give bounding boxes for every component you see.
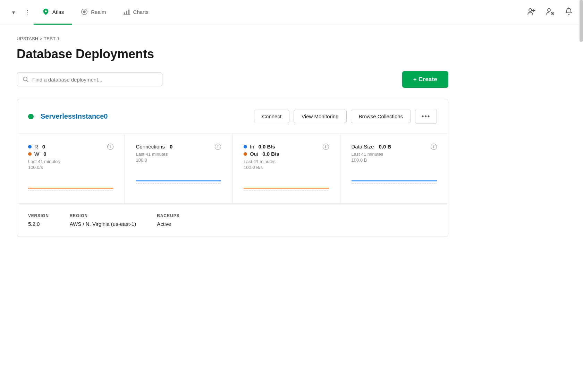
- search-create-row: + Create: [17, 71, 448, 88]
- tab-realm[interactable]: Realm: [72, 0, 114, 25]
- main-content: UPSTASH > TEST-1 Database Deployments + …: [0, 25, 465, 248]
- svg-line-12: [27, 80, 28, 82]
- svg-rect-4: [128, 10, 129, 15]
- connect-button[interactable]: Connect: [254, 110, 289, 123]
- realm-logo-icon: [81, 8, 88, 16]
- svg-rect-3: [126, 11, 127, 15]
- in-value: 0.0 B/s: [259, 144, 275, 150]
- network-info-icon[interactable]: i: [323, 144, 329, 150]
- breadcrumb-separator: >: [39, 36, 44, 41]
- connections-scale: 100.0: [136, 157, 221, 163]
- card-actions: Connect View Monitoring Browse Collectio…: [254, 109, 437, 124]
- in-label: In: [250, 144, 254, 150]
- deployment-card: ServerlessInstance0 Connect View Monitor…: [17, 99, 448, 237]
- svg-point-5: [529, 9, 532, 11]
- region-value: AWS / N. Virginia (us-east-1): [70, 221, 136, 227]
- out-label: Out: [250, 151, 258, 157]
- status-indicator: [28, 114, 34, 119]
- out-dot: [244, 152, 247, 156]
- metric-network: In 0.0 B/s Out 0.0 B/s Last 41 minutes 1…: [233, 134, 340, 203]
- nav-tabs: Atlas Realm Charts: [34, 0, 157, 25]
- metric-datasize: Data Size 0.0 B Last 41 minutes 100.0 B …: [340, 134, 448, 203]
- metric-r-row: R 0: [28, 144, 113, 150]
- card-header: ServerlessInstance0 Connect View Monitor…: [17, 99, 448, 134]
- r-label: R: [34, 144, 38, 150]
- nav-right: [525, 6, 575, 19]
- charts-logo-icon: [123, 8, 130, 16]
- datasize-time-label: Last 41 minutes: [352, 152, 437, 157]
- network-time-label: Last 41 minutes: [244, 159, 329, 164]
- invite-user-button[interactable]: [525, 6, 537, 19]
- metric-out-row: Out 0.0 B/s: [244, 151, 329, 157]
- version-label: VERSION: [28, 213, 49, 218]
- performance-advisor-button[interactable]: [544, 6, 556, 19]
- search-icon: [23, 76, 29, 83]
- rw-scale: 100.0/s: [28, 165, 113, 170]
- connections-chart: [136, 168, 221, 186]
- connections-info-icon[interactable]: i: [215, 144, 221, 150]
- backups-label: BACKUPS: [157, 213, 179, 218]
- page-title: Database Deployments: [17, 47, 448, 61]
- backups-value: Active: [157, 221, 179, 227]
- r-dot: [28, 145, 32, 148]
- out-value: 0.0 B/s: [262, 151, 279, 157]
- rw-time-label: Last 41 minutes: [28, 159, 113, 164]
- w-label: W: [34, 151, 39, 157]
- metric-in-row: In 0.0 B/s: [244, 144, 329, 150]
- bell-icon: [564, 7, 573, 16]
- metric-w-row: W 0: [28, 151, 113, 157]
- datasize-title: Data Size: [352, 144, 374, 150]
- instance-name[interactable]: ServerlessInstance0: [41, 112, 108, 120]
- tab-realm-label: Realm: [91, 9, 106, 15]
- scrollbar-track[interactable]: [580, 0, 583, 25]
- notifications-button[interactable]: [563, 6, 575, 19]
- create-button[interactable]: + Create: [402, 71, 448, 88]
- metric-connections: Connections 0 Last 41 minutes 100.0 i: [125, 134, 233, 203]
- network-chart: [244, 176, 329, 194]
- nav-left: ▼ ⋮: [8, 6, 34, 19]
- nav-arrow[interactable]: ▼: [8, 7, 19, 18]
- svg-point-8: [548, 9, 550, 11]
- tab-atlas[interactable]: Atlas: [34, 0, 72, 25]
- breadcrumb-org[interactable]: UPSTASH: [17, 36, 39, 41]
- connections-time-label: Last 41 minutes: [136, 152, 221, 157]
- card-footer: VERSION 5.2.0 REGION AWS / N. Virginia (…: [17, 204, 448, 237]
- invite-user-icon: [527, 7, 536, 16]
- view-monitoring-button[interactable]: View Monitoring: [294, 110, 346, 123]
- network-scale: 100.0 B/s: [244, 165, 329, 170]
- tab-charts-label: Charts: [133, 9, 149, 15]
- datasize-scale: 100.0 B: [352, 157, 437, 163]
- breadcrumb: UPSTASH > TEST-1: [17, 36, 448, 41]
- top-nav: ▼ ⋮ Atlas Realm: [0, 0, 583, 25]
- tab-atlas-label: Atlas: [52, 9, 64, 15]
- in-dot: [244, 145, 247, 148]
- breadcrumb-project[interactable]: TEST-1: [44, 36, 60, 41]
- region-label: REGION: [70, 213, 136, 218]
- r-value: 0: [42, 144, 45, 150]
- browse-collections-button[interactable]: Browse Collections: [351, 110, 411, 123]
- metrics-section: R 0 W 0 Last 41 minutes 100.0/s i: [17, 134, 448, 204]
- tab-charts[interactable]: Charts: [115, 0, 157, 25]
- rw-info-icon[interactable]: i: [107, 144, 113, 150]
- search-box: [17, 73, 162, 86]
- more-actions-button[interactable]: •••: [415, 109, 437, 124]
- nav-menu-dots[interactable]: ⋮: [22, 6, 34, 19]
- datasize-chart: [352, 168, 437, 186]
- footer-region: REGION AWS / N. Virginia (us-east-1): [70, 213, 136, 227]
- w-dot: [28, 152, 32, 156]
- metric-rw: R 0 W 0 Last 41 minutes 100.0/s i: [17, 134, 125, 203]
- w-value: 0: [43, 151, 46, 157]
- atlas-logo-icon: [42, 8, 50, 16]
- footer-version: VERSION 5.2.0: [28, 213, 49, 227]
- search-input[interactable]: [32, 77, 157, 83]
- connections-title: Connections: [136, 144, 165, 150]
- footer-backups: BACKUPS Active: [157, 213, 179, 227]
- performance-icon: [546, 7, 555, 16]
- version-value: 5.2.0: [28, 221, 49, 227]
- connections-value: 0: [170, 144, 172, 150]
- rw-chart: [28, 176, 113, 194]
- scrollbar-thumb[interactable]: [580, 0, 583, 42]
- datasize-value: 0.0 B: [379, 144, 391, 150]
- datasize-info-icon[interactable]: i: [431, 144, 437, 150]
